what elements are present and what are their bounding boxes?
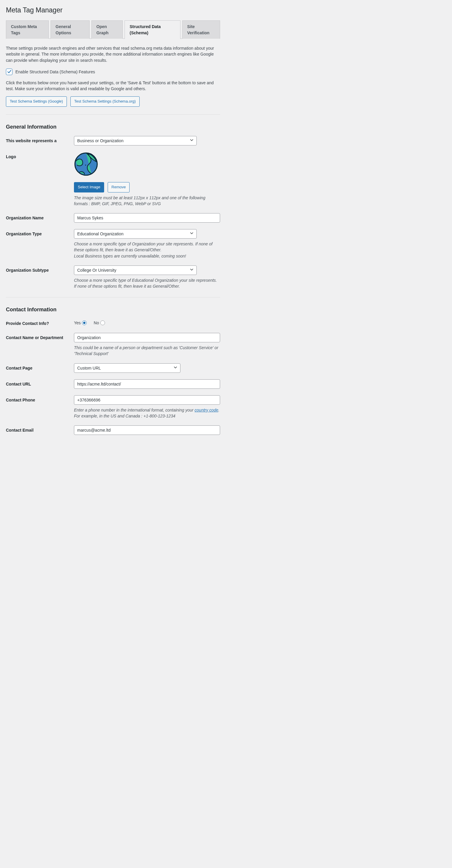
- tab-general-options[interactable]: General Options: [51, 21, 90, 39]
- org-type-help: Choose a more specific type of Organizat…: [74, 241, 220, 259]
- select-org-type[interactable]: Educational Organization: [74, 229, 197, 239]
- tab-open-graph[interactable]: Open Graph: [91, 21, 123, 39]
- intro-text: These settings provide search engines an…: [6, 45, 220, 63]
- label-org-type: Organization Type: [6, 229, 74, 237]
- contact-name-help: This could be a name of a person or depa…: [74, 345, 220, 357]
- divider: [6, 297, 220, 298]
- radio-no[interactable]: [100, 320, 105, 325]
- input-contact-email[interactable]: [74, 426, 220, 435]
- select-org-subtype[interactable]: College Or University: [74, 266, 197, 275]
- tabs: Custom Meta Tags General Options Open Gr…: [6, 21, 220, 39]
- label-represents: This website represents a: [6, 136, 74, 144]
- page-title: Meta Tag Manager: [6, 5, 220, 15]
- test-intro-text: Click the buttons below once you have sa…: [6, 80, 220, 92]
- enable-schema-label: Enable Structured Data (Schema) Features: [16, 69, 95, 75]
- svg-point-1: [85, 165, 86, 165]
- section-contact-information: Contact Information: [6, 306, 220, 313]
- label-org-subtype: Organization Subtype: [6, 266, 74, 273]
- select-contact-page[interactable]: Custom URL: [74, 363, 180, 373]
- tab-site-verification[interactable]: Site Verification: [182, 21, 220, 39]
- input-contact-name[interactable]: [74, 333, 220, 342]
- globe-icon: [74, 152, 98, 176]
- input-org-name[interactable]: [74, 213, 220, 223]
- select-image-button[interactable]: Select Image: [74, 182, 104, 192]
- remove-image-button[interactable]: Remove: [108, 182, 129, 192]
- label-contact-name: Contact Name or Department: [6, 333, 74, 341]
- tab-custom-meta-tags[interactable]: Custom Meta Tags: [6, 21, 49, 39]
- label-contact-phone: Contact Phone: [6, 395, 74, 403]
- select-represents[interactable]: Business or Organization: [74, 136, 197, 146]
- section-general-information: General Information: [6, 123, 220, 131]
- logo-preview: [74, 152, 220, 178]
- label-org-name: Organization Name: [6, 213, 74, 221]
- enable-schema-checkbox[interactable]: [6, 69, 12, 75]
- label-contact-url: Contact URL: [6, 379, 74, 387]
- contact-phone-help: Enter a phone number in the internationa…: [74, 407, 220, 419]
- input-contact-phone[interactable]: [74, 395, 220, 405]
- check-icon: [7, 69, 11, 74]
- tab-structured-data[interactable]: Structured Data (Schema): [124, 21, 180, 39]
- test-google-button[interactable]: Test Schema Settings (Google): [6, 96, 67, 107]
- test-schema-button[interactable]: Test Schema Settings (Schema.org): [70, 96, 140, 107]
- label-provide-contact: Provide Contact Info?: [6, 319, 74, 327]
- input-contact-url[interactable]: [74, 379, 220, 389]
- logo-help-text: The image size must be at least 112px x …: [74, 195, 220, 207]
- radio-yes-label[interactable]: Yes: [74, 320, 87, 326]
- radio-yes[interactable]: [82, 320, 87, 325]
- label-logo: Logo: [6, 152, 74, 160]
- org-subtype-help: Choose a more specific type of Education…: [74, 277, 220, 289]
- label-contact-page: Contact Page: [6, 363, 74, 371]
- country-code-link[interactable]: country code: [194, 408, 218, 412]
- label-contact-email: Contact Email: [6, 426, 74, 433]
- radio-no-label[interactable]: No: [94, 320, 105, 326]
